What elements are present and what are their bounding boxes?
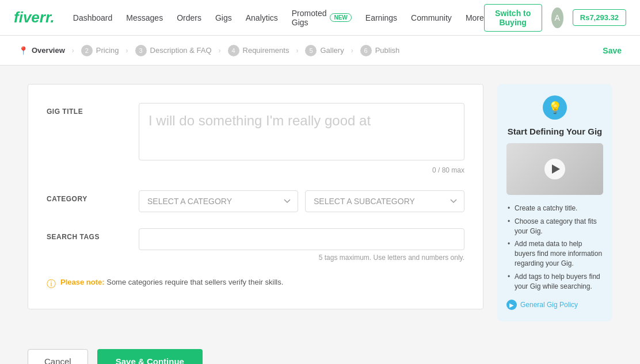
logo[interactable]: fiverr. (14, 9, 55, 26)
promoted-gigs-label: Promoted Gigs (292, 9, 327, 27)
gig-title-field: 0 / 80 max (139, 103, 464, 174)
step-num-5: 5 (305, 45, 317, 56)
form-card: GIG TITLE 0 / 80 max CATEGORY SELECT A C… (28, 84, 483, 309)
play-button[interactable] (544, 159, 565, 179)
general-gig-policy-link[interactable]: ▶ General Gig Policy (506, 300, 603, 310)
tip-card: 💡 Start Defining Your Gig Create a catch… (497, 84, 612, 321)
step-num-3: 3 (135, 45, 147, 56)
nav-earnings[interactable]: Earnings (365, 13, 397, 22)
step-num-6: 6 (360, 45, 372, 56)
lightbulb-icon: 💡 (548, 101, 562, 114)
switch-buying-button[interactable]: Switch to Buying (484, 4, 542, 32)
step-sep-4: › (296, 47, 298, 55)
please-note: ⓘ Please note: Some categories require t… (47, 278, 464, 290)
step-description[interactable]: 3 Description & FAQ (135, 45, 212, 56)
step-gallery-label: Gallery (320, 46, 344, 55)
avatar[interactable]: A (551, 7, 563, 28)
step-sep-1: › (72, 47, 74, 55)
step-publish-label: Publish (375, 46, 400, 55)
overview-icon: 📍 (18, 46, 28, 55)
please-note-text: Please note: Some categories require tha… (60, 278, 283, 286)
step-sep-3: › (219, 47, 221, 55)
step-num-4: 4 (228, 45, 239, 56)
category-label: CATEGORY (47, 190, 139, 203)
category-field: SELECT A CATEGORY SELECT A SUBCATEGORY (139, 190, 464, 212)
step-num-2: 2 (81, 45, 93, 56)
search-tags-label: SEARCH TAGS (47, 228, 139, 241)
nav-messages[interactable]: Messages (126, 13, 163, 22)
nav-gigs[interactable]: Gigs (215, 13, 232, 22)
nav-promoted-gigs[interactable]: Promoted Gigs NEW (292, 9, 352, 27)
policy-icon: ▶ (506, 300, 517, 310)
char-count: 0 / 80 max (139, 166, 464, 174)
nav-analytics[interactable]: Analytics (246, 13, 278, 22)
breadcrumb-bar: 📍 Overview › 2 Pricing › 3 Description &… (0, 36, 640, 66)
nav-dashboard[interactable]: Dashboard (73, 13, 113, 22)
tip-icon-wrap: 💡 (543, 95, 567, 120)
category-row: CATEGORY SELECT A CATEGORY SELECT A SUBC… (47, 190, 464, 212)
video-thumbnail[interactable] (506, 143, 603, 195)
tip-title: Start Defining Your Gig (506, 127, 603, 136)
category-select[interactable]: SELECT A CATEGORY (139, 190, 298, 212)
subcategory-select[interactable]: SELECT A SUBCATEGORY (305, 190, 464, 212)
gig-title-row: GIG TITLE 0 / 80 max (47, 103, 464, 174)
step-gallery[interactable]: 5 Gallery (305, 45, 344, 56)
balance-button[interactable]: Rs7,293.32 (573, 9, 626, 26)
footer-actions: Cancel Save & Continue (0, 340, 640, 364)
new-badge: NEW (330, 13, 351, 22)
step-pricing[interactable]: 2 Pricing (81, 45, 119, 56)
step-publish[interactable]: 6 Publish (360, 45, 400, 56)
tip-item-0: Create a catchy title. (506, 202, 603, 215)
nav: Dashboard Messages Orders Gigs Analytics… (73, 9, 484, 27)
please-note-body: Some categories require that sellers ver… (106, 278, 283, 286)
cancel-button[interactable]: Cancel (28, 349, 88, 364)
main-content: GIG TITLE 0 / 80 max CATEGORY SELECT A C… (0, 66, 640, 340)
please-note-label: Please note: (60, 278, 105, 286)
header-right: Switch to Buying A Rs7,293.32 (484, 4, 626, 32)
save-continue-button[interactable]: Save & Continue (97, 349, 203, 364)
step-requirements[interactable]: 4 Requirements (228, 45, 289, 56)
step-sep-2: › (126, 47, 128, 55)
tip-item-1: Choose a category that fits your Gig. (506, 215, 603, 238)
breadcrumb-steps: 📍 Overview › 2 Pricing › 3 Description &… (18, 45, 399, 56)
warning-icon: ⓘ (47, 278, 56, 290)
nav-more[interactable]: More (466, 13, 484, 22)
gig-title-label: GIG TITLE (47, 103, 139, 116)
step-description-label: Description & FAQ (150, 46, 212, 55)
header: fiverr. Dashboard Messages Orders Gigs A… (0, 0, 640, 36)
search-tags-field: 5 tags maximum. Use letters and numbers … (139, 228, 464, 262)
step-overview-label: Overview (32, 46, 65, 55)
tip-list: Create a catchy title. Choose a category… (506, 202, 603, 293)
sidebar-panel: 💡 Start Defining Your Gig Create a catch… (497, 84, 612, 321)
save-button[interactable]: Save (603, 46, 622, 55)
tags-hint: 5 tags maximum. Use letters and numbers … (139, 254, 464, 262)
gig-title-input[interactable] (139, 103, 464, 160)
tip-item-3: Add tags to help buyers find your Gig wh… (506, 270, 603, 293)
play-triangle-icon (552, 164, 560, 174)
step-sep-5: › (351, 47, 353, 55)
nav-community[interactable]: Community (411, 13, 452, 22)
tip-item-2: Add meta data to help buyers find more i… (506, 237, 603, 270)
step-overview[interactable]: 📍 Overview (18, 46, 65, 55)
category-selects: SELECT A CATEGORY SELECT A SUBCATEGORY (139, 190, 464, 212)
step-requirements-label: Requirements (243, 46, 289, 55)
search-tags-input[interactable] (139, 228, 464, 250)
policy-label: General Gig Policy (520, 301, 578, 309)
nav-orders[interactable]: Orders (177, 13, 201, 22)
search-tags-row: SEARCH TAGS 5 tags maximum. Use letters … (47, 228, 464, 262)
step-pricing-label: Pricing (96, 46, 119, 55)
